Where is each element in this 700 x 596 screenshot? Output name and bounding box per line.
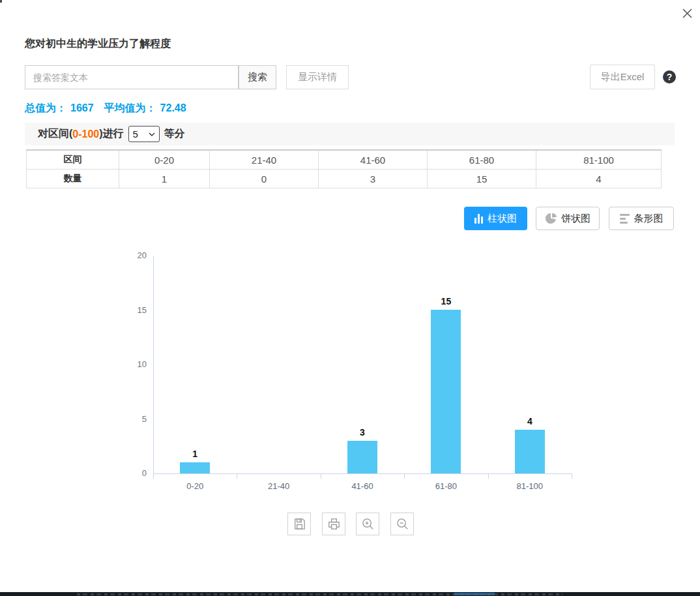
x-axis-category-label: 61-80: [413, 481, 478, 491]
x-axis-tick: [572, 473, 572, 479]
x-axis-tick: [488, 473, 489, 479]
distribution-table: 区间0-2021-4041-6061-8081-100数量103154: [26, 149, 662, 188]
equal-parts-select[interactable]: 5: [128, 126, 160, 142]
save-image-button[interactable]: [287, 513, 311, 535]
show-detail-button[interactable]: 显示详情: [286, 65, 349, 89]
background-page-edge: [0, 592, 700, 596]
interval-cell: 81-100: [536, 150, 662, 170]
x-axis-tick: [321, 473, 321, 479]
x-axis-category-label: 21-40: [246, 481, 312, 491]
zoom-out-button[interactable]: [390, 513, 414, 535]
zoom-out-icon: [395, 516, 410, 531]
interval-cell: 61-80: [428, 150, 536, 170]
close-icon[interactable]: [681, 7, 693, 19]
bar: [347, 441, 377, 473]
table-row: 数量103154: [27, 170, 662, 188]
interval-suffix: 等分: [164, 127, 185, 141]
bar-value-label: 3: [343, 427, 382, 438]
interval-cell: 41-60: [319, 150, 428, 170]
tab-pie-chart-label: 饼状图: [561, 213, 591, 225]
sum-label: 总值为：: [25, 102, 66, 113]
tab-pie-chart[interactable]: 饼状图: [536, 207, 600, 230]
y-axis-label: 10: [121, 359, 147, 369]
zoom-in-icon: [360, 516, 375, 531]
horizontal-bar-icon: [620, 214, 630, 224]
equal-parts-value: 5: [133, 128, 138, 140]
tab-bar-chart-label: 柱状图: [488, 213, 517, 225]
x-axis-tick: [404, 473, 405, 479]
y-axis-label: 15: [121, 305, 147, 315]
x-axis-category-label: 41-60: [330, 481, 395, 491]
corner-artifact: [0, 0, 2, 3]
count-cell: 0: [210, 170, 319, 188]
bar-chart: 051015200-20121-4041-60361-801581-1004: [0, 0, 700, 596]
bar: [180, 462, 210, 473]
x-axis-category-label: 0-20: [162, 481, 227, 491]
bar-chart-icon: [474, 213, 483, 224]
tab-horizontal-bar-chart-label: 条形图: [634, 213, 664, 225]
bar: [431, 310, 461, 473]
question-title: 您对初中生的学业压力了解程度: [25, 37, 171, 51]
x-axis-category-label: 81-100: [497, 481, 562, 491]
row-header: 区间: [27, 150, 119, 170]
interval-range: 0-100: [72, 128, 99, 140]
x-axis-tick: [237, 473, 237, 479]
bar-value-label: 1: [175, 449, 214, 459]
y-axis-line: [153, 256, 154, 479]
sum-value: 1667: [70, 102, 94, 113]
totals-line: 总值为：1667平均值为：72.48: [25, 102, 190, 115]
table-row: 区间0-2021-4041-6061-8081-100: [27, 150, 662, 170]
print-icon: [327, 516, 342, 531]
bar: [515, 430, 545, 473]
clipped-background-element: [454, 593, 495, 595]
interval-prefix: 对区间(: [38, 127, 72, 141]
result-dialog: 您对初中生的学业压力了解程度 搜索 显示详情 导出Excel ? 总值为：166…: [0, 0, 700, 596]
search-button[interactable]: 搜索: [239, 65, 276, 89]
bar-value-label: 4: [510, 416, 549, 426]
avg-label: 平均值为：: [104, 102, 156, 113]
row-header: 数量: [27, 170, 119, 188]
bar-value-label: 15: [426, 296, 465, 306]
y-axis-label: 5: [121, 414, 147, 424]
count-cell: 1: [119, 170, 210, 188]
avg-value: 72.48: [160, 102, 186, 113]
x-axis-line: [153, 473, 572, 474]
save-icon: [292, 516, 307, 531]
count-cell: 3: [319, 170, 428, 188]
y-axis-label: 0: [121, 468, 147, 478]
chevron-down-icon: [149, 132, 155, 136]
interval-settings-bar: 对区间(0-100)进行 5 等分: [25, 123, 675, 145]
interval-cell: 0-20: [119, 150, 210, 170]
export-excel-button[interactable]: 导出Excel: [590, 65, 655, 89]
print-button[interactable]: [322, 513, 345, 535]
tab-horizontal-bar-chart[interactable]: 条形图: [609, 207, 674, 230]
y-axis-label: 20: [121, 250, 147, 260]
help-icon[interactable]: ?: [663, 70, 676, 83]
count-cell: 15: [428, 170, 536, 188]
interval-mid: )进行: [99, 127, 123, 141]
zoom-in-button[interactable]: [356, 513, 379, 535]
count-cell: 4: [536, 170, 662, 188]
search-input[interactable]: [25, 65, 239, 89]
tab-bar-chart[interactable]: 柱状图: [464, 207, 527, 230]
interval-cell: 21-40: [210, 150, 319, 170]
pie-chart-icon: [545, 213, 557, 224]
